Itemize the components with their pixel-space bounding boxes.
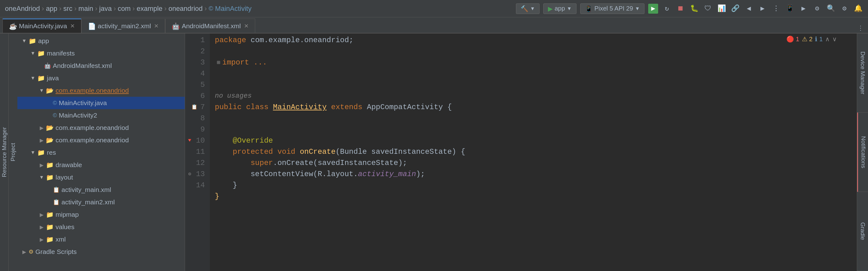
tree-item-values[interactable]: ▶ 📁 values <box>18 221 185 233</box>
sync-icon[interactable]: ⚙ <box>812 4 822 14</box>
breadcrumb-src[interactable]: src <box>63 5 72 13</box>
hammer-dropdown[interactable]: 🔨 ▼ <box>516 3 540 14</box>
line-num-13: ⊙ 13 <box>185 169 205 180</box>
tree-arrow-manifests[interactable]: ▼ <box>29 50 37 56</box>
line-num-12: 12 <box>185 158 205 169</box>
code-line-9 <box>210 124 857 135</box>
sep2: › <box>59 5 61 13</box>
breadcrumb-oneandriod[interactable]: oneAndriod <box>5 5 40 13</box>
tab-overflow-button[interactable]: ⋮ <box>856 23 866 33</box>
tree-arrow-drawable[interactable]: ▶ <box>37 162 46 168</box>
tab-activitymain2[interactable]: 📄 activity_main2.xml ✕ <box>81 19 165 33</box>
device-manager-icon[interactable]: 📱 <box>785 4 795 14</box>
tree-item-com1[interactable]: ▼ 📂 com.example.oneandriod <box>18 84 185 97</box>
breadcrumb-app[interactable]: app <box>46 5 57 13</box>
coverage-button[interactable]: 🛡 <box>703 4 713 14</box>
tree-item-res[interactable]: ▼ 📁 res <box>18 146 185 159</box>
folder-icon-layout: 📁 <box>46 174 54 181</box>
warn-count-badge: ⚠ 2 <box>802 35 813 43</box>
tab-activitymain2-close[interactable]: ✕ <box>154 23 159 30</box>
tree-arrow-layout[interactable]: ▼ <box>37 175 46 180</box>
profile-button[interactable]: 📊 <box>716 4 726 14</box>
tree-item-java[interactable]: ▼ 📁 java <box>18 72 185 84</box>
tree-arrow-gradle[interactable]: ▶ <box>20 249 29 255</box>
run-manager-icon[interactable]: ▶ <box>799 4 808 14</box>
folder-icon-app: 📁 <box>29 37 36 45</box>
tree-arrow-com2[interactable]: ▶ <box>37 125 46 131</box>
tree-arrow-com3[interactable]: ▶ <box>37 137 46 143</box>
gutter-action-10[interactable]: 🔻 <box>187 135 193 146</box>
tree-item-androidmanifest[interactable]: 🤖 AndroidManifest.xml <box>18 60 185 72</box>
resource-manager-panel[interactable]: Resource Manager <box>0 33 9 271</box>
breadcrumb-main[interactable]: main <box>79 5 93 13</box>
collapse-icon[interactable]: ∧ <box>825 35 830 43</box>
attach-debugger[interactable]: 🔗 <box>730 4 740 14</box>
tab-mainactivity-close[interactable]: ✕ <box>70 23 75 30</box>
tree-arrow-app[interactable]: ▼ <box>20 38 29 44</box>
more-actions[interactable]: ⋮ <box>771 4 781 14</box>
breadcrumb-example[interactable]: example <box>136 5 162 13</box>
tree-item-mainactivity2[interactable]: © MainActivity2 <box>18 109 185 122</box>
tree-item-com3[interactable]: ▶ 📂 com.example.oneandriod <box>18 134 185 146</box>
breadcrumb-mainactivity[interactable]: © MainActivity <box>209 5 251 13</box>
tree-arrow-java[interactable]: ▼ <box>29 75 37 81</box>
tree-item-drawable[interactable]: ▶ 📁 drawable <box>18 159 185 171</box>
tree-item-xml-folder[interactable]: ▶ 📁 xml <box>18 233 185 245</box>
project-label-panel[interactable]: Project <box>9 33 18 271</box>
breadcrumb-oneandriod2[interactable]: oneandriod <box>168 5 203 13</box>
tree-arrow-mipmap[interactable]: ▶ <box>37 212 46 218</box>
breadcrumb-nav-back[interactable]: ◀ <box>744 4 754 14</box>
breadcrumb-com[interactable]: com <box>118 5 131 13</box>
paren-12a: ( <box>313 158 318 169</box>
run-config-dropdown[interactable]: ▶ app ▼ <box>543 3 576 14</box>
notifications-panel[interactable]: Notifications <box>857 112 868 192</box>
tree-arrow-com1[interactable]: ▼ <box>37 88 46 93</box>
kw-package: package <box>215 35 246 46</box>
device-dropdown[interactable]: 📱 Pixel 5 API 29 ▼ <box>580 3 645 14</box>
breadcrumb-nav-fwd[interactable]: ▶ <box>757 4 767 14</box>
line-num-3: 3 <box>185 57 205 68</box>
editor-content[interactable]: 1 2 3 4 5 <box>185 33 857 271</box>
manifest-file-icon-tab3: 🤖 <box>172 23 179 30</box>
tree-arrow-res[interactable]: ▼ <box>29 150 37 155</box>
tree-item-mainactivity[interactable]: © MainActivity.java <box>18 97 185 109</box>
rerun-button[interactable]: ↻ <box>662 4 672 14</box>
gradle-label: Gradle <box>859 222 866 240</box>
breadcrumb-java[interactable]: java <box>99 5 112 13</box>
kw-import: import <box>222 57 249 68</box>
tree-item-activitymain2-tree[interactable]: 📋 activity_main2.xml <box>18 196 185 208</box>
fold-import[interactable]: ⊞ <box>215 57 222 68</box>
indent-14 <box>215 180 233 191</box>
tree-item-manifests[interactable]: ▼ 📁 manifests <box>18 47 185 60</box>
notification-icon[interactable]: 🔔 <box>853 4 863 14</box>
debug-button[interactable]: 🐛 <box>689 4 699 14</box>
tree-arrow-xml[interactable]: ▶ <box>37 237 46 242</box>
device-manager-label: Device Manager <box>859 52 866 94</box>
tree-item-app[interactable]: ▼ 📁 app <box>18 35 185 47</box>
tab-androidmanifest[interactable]: 🤖 AndroidManifest.xml ✕ <box>165 19 255 33</box>
tab-mainactivity[interactable]: ☕ MainActivity.java ✕ <box>2 19 81 33</box>
tree-item-layout[interactable]: ▼ 📁 layout <box>18 171 185 183</box>
tree-item-activitymain[interactable]: 📋 activity_main.xml <box>18 183 185 196</box>
layout-ref: layout <box>327 169 353 180</box>
code-editor[interactable]: package com.example.oneandriod; ⊞ import… <box>210 33 857 271</box>
settings-icon[interactable]: ⚙ <box>839 4 849 14</box>
device-manager-panel[interactable]: Device Manager <box>857 33 868 112</box>
tree-arrow-values[interactable]: ▶ <box>37 224 46 230</box>
stop-button[interactable]: ⏹ <box>676 4 685 14</box>
method-setcontentview: setContentView <box>251 169 313 180</box>
fold-icon-13[interactable]: ⊙ <box>188 169 191 180</box>
semi-12: ; <box>403 158 407 169</box>
tab-androidmanifest-close[interactable]: ✕ <box>244 23 249 30</box>
run-button[interactable]: ▶ <box>648 4 658 14</box>
gutter-action-7[interactable]: 📋 <box>191 102 197 113</box>
gradle-panel[interactable]: Gradle <box>857 192 868 271</box>
method-super-oncreate: onCreate <box>278 158 313 169</box>
tree-item-mipmap[interactable]: ▶ 📁 mipmap <box>18 208 185 221</box>
expand-icon[interactable]: ∨ <box>832 35 837 43</box>
tree-item-com2[interactable]: ▶ 📂 com.example.oneandriod <box>18 122 185 134</box>
search-icon[interactable]: 🔍 <box>826 4 836 14</box>
tree-label-values: values <box>56 223 74 231</box>
indent-13 <box>215 169 251 180</box>
tree-item-gradle[interactable]: ▶ ⚙ Gradle Scripts <box>18 245 185 258</box>
